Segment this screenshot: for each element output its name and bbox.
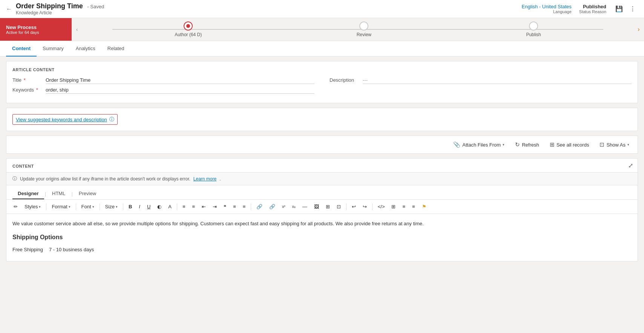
save-icon-button[interactable]: 💾 — [614, 4, 624, 14]
clear-formatting-button[interactable]: ✏ — [11, 203, 20, 211]
keywords-required-star: * — [35, 87, 38, 93]
field-description-value[interactable]: --- — [363, 77, 632, 84]
refresh-label: Refresh — [522, 142, 539, 148]
editor-content[interactable]: We value customer service above all else… — [6, 214, 638, 261]
indent-right-button[interactable]: ⇥ — [210, 203, 219, 211]
step-label-publish: Publish — [526, 32, 541, 37]
show-as-icon: ⊡ — [600, 141, 604, 148]
header-title-group: Order Shipping Time - Saved Knowledge Ar… — [16, 2, 104, 15]
toolbar-sep-1 — [46, 203, 46, 210]
special2-button[interactable]: ⊡ — [334, 203, 343, 211]
editor-tab-html[interactable]: HTML — [47, 188, 71, 199]
tab-summary[interactable]: Summary — [37, 41, 70, 57]
toolbar-sep-6 — [251, 203, 251, 210]
editor-tabs: Designer | HTML | Preview — [6, 185, 638, 200]
process-step-publish[interactable]: Publish — [526, 21, 541, 37]
flag-button[interactable]: ⚑ — [419, 203, 429, 211]
list-bullet-button[interactable]: ≡ — [400, 203, 408, 211]
refresh-icon: ↻ — [515, 141, 520, 148]
article-fields-right: Description --- — [330, 77, 632, 97]
page-title: Order Shipping Time — [16, 2, 83, 10]
styles-select[interactable]: Styles ▾ — [22, 203, 43, 211]
article-fields-left: Title * Order Shipping Time Keywords * o… — [12, 77, 314, 97]
new-process-title: New Process — [6, 24, 66, 30]
styles-label: Styles — [25, 204, 38, 209]
page-subtitle: Knowledge Article — [16, 10, 104, 15]
process-chevron-right[interactable]: › — [633, 18, 644, 41]
status-value: Published — [583, 4, 606, 9]
expand-icon[interactable]: ⤢ — [628, 162, 633, 169]
indent-left-button[interactable]: ⇤ — [199, 203, 209, 211]
editor-tab-preview[interactable]: Preview — [74, 188, 101, 199]
field-keywords-value[interactable]: order, ship — [46, 87, 314, 94]
tab-content[interactable]: Content — [6, 41, 37, 57]
tab-analytics[interactable]: Analytics — [70, 41, 101, 57]
styles-chevron: ▾ — [39, 205, 41, 209]
show-as-label: Show As — [606, 142, 626, 148]
step-circle-author — [184, 21, 193, 31]
show-as-button[interactable]: ⊡ Show As ▾ — [597, 140, 632, 150]
field-title-value[interactable]: Order Shipping Time — [46, 77, 314, 84]
align-right-button[interactable]: ≡ — [240, 203, 248, 211]
process-chevron-left[interactable]: ‹ — [72, 18, 82, 41]
font-color-button[interactable]: A — [166, 203, 174, 211]
underline-button[interactable]: U — [144, 203, 153, 211]
redo-button[interactable]: ↪ — [360, 203, 370, 211]
suggestion-info-icon[interactable]: ⓘ — [109, 116, 114, 123]
field-title-label: Title * — [12, 77, 43, 83]
table-button[interactable]: ⊞ — [389, 203, 398, 211]
size-select[interactable]: Size ▾ — [103, 203, 120, 211]
toolbar-sep-8 — [372, 203, 373, 210]
align-center-button[interactable]: ≡ — [190, 203, 198, 211]
see-all-records-button[interactable]: ⊞ See all records — [547, 140, 592, 150]
header-left: ← Order Shipping Time - Saved Knowledge … — [6, 2, 104, 15]
header: ← Order Shipping Time - Saved Knowledge … — [0, 0, 644, 18]
attach-chevron-icon: ▾ — [503, 143, 504, 147]
undo-button[interactable]: ↩ — [349, 203, 359, 211]
editor-tab-designer[interactable]: Designer — [12, 188, 44, 199]
source-button[interactable]: </> — [375, 203, 388, 211]
align-justify-button[interactable]: ≡ — [230, 203, 239, 211]
editor-tab-sep-2: | — [71, 191, 73, 197]
content-section-title: CONTENT — [6, 159, 40, 172]
bold-button[interactable]: B — [126, 203, 135, 211]
learn-more-link[interactable]: Learn more — [193, 176, 216, 182]
process-step-author[interactable]: Author (64 D) — [175, 21, 202, 37]
tab-related[interactable]: Related — [101, 41, 130, 57]
image-button[interactable]: 🖼 — [311, 203, 322, 211]
attach-files-button[interactable]: 📎 Attach Files From ▾ — [451, 140, 507, 150]
highlight-button[interactable]: ◐ — [155, 203, 164, 211]
info-banner-period: . — [219, 176, 221, 182]
main-content: ARTICLE CONTENT Title * Order Shipping T… — [0, 57, 644, 266]
suggestion-link[interactable]: View suggested keywords and description — [16, 117, 107, 122]
unlink-button[interactable]: 🔗 — [267, 203, 278, 211]
editor-body-text: We value customer service above all else… — [12, 220, 632, 228]
font-select[interactable]: Font ▾ — [79, 203, 97, 211]
special1-button[interactable]: ⊞ — [323, 203, 333, 211]
table-cell-label: Free Shipping — [12, 245, 49, 255]
more-options-button[interactable]: ⋮ — [627, 4, 638, 14]
link-button[interactable]: 🔗 — [254, 203, 265, 211]
article-fields-grid: Title * Order Shipping Time Keywords * o… — [12, 77, 632, 97]
list-num-button[interactable]: ≡ — [409, 203, 418, 211]
header-right: English - United States Language Publish… — [522, 4, 638, 14]
content-section: CONTENT ⤢ ⓘ Update your origins allow li… — [6, 158, 638, 261]
italic-button[interactable]: I — [136, 203, 143, 211]
editor-heading: Shipping Options — [12, 232, 632, 242]
language-value[interactable]: English - United States — [522, 4, 572, 9]
strike-button[interactable]: — — [300, 203, 310, 211]
step-circle-review — [359, 21, 368, 31]
process-bar: New Process Active for 64 days ‹ Author … — [0, 18, 644, 41]
new-process-subtitle: Active for 64 days — [6, 30, 66, 35]
field-title-row: Title * Order Shipping Time — [12, 77, 314, 87]
refresh-button[interactable]: ↻ Refresh — [513, 140, 541, 150]
status-section: Published Status Reason — [579, 4, 606, 14]
process-step-review[interactable]: Review — [357, 21, 371, 37]
format-select[interactable]: Format ▾ — [49, 203, 73, 211]
subscript-button[interactable]: x₂ — [290, 203, 298, 210]
back-icon[interactable]: ← — [6, 6, 12, 12]
align-left-button[interactable]: ≡ — [180, 203, 188, 211]
main-tabs: Content Summary Analytics Related — [0, 41, 644, 57]
quote-button[interactable]: ❝ — [221, 203, 229, 211]
superscript-button[interactable]: x² — [279, 203, 288, 210]
